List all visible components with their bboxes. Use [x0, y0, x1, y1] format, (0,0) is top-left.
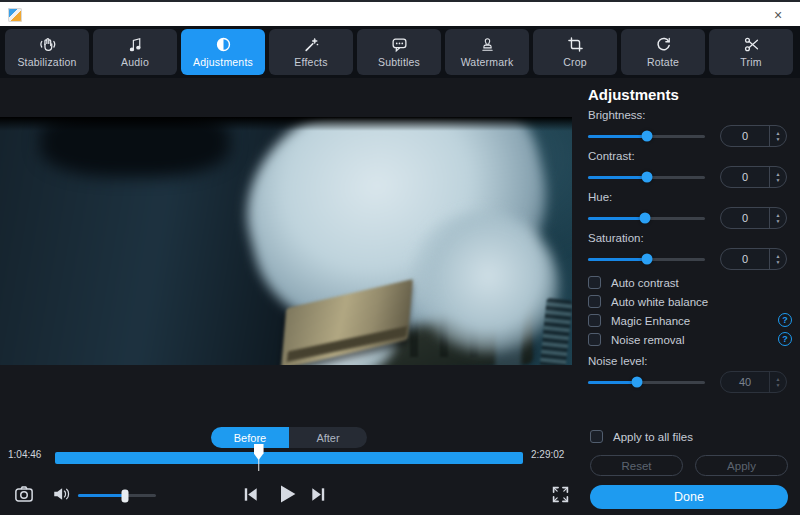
auto-contrast-checkbox[interactable] — [588, 276, 601, 289]
magic-enhance-checkbox[interactable] — [588, 314, 601, 327]
scissors-icon — [743, 36, 760, 53]
main-area: Adjustments Brightness: 0 ▲ ▼ — [0, 78, 800, 515]
spinner-up-icon[interactable]: ▲ — [776, 254, 781, 259]
noise-level-value-box: 40 ▲ ▼ — [720, 371, 787, 393]
saturation-slider[interactable] — [588, 258, 705, 261]
saturation-value-box[interactable]: 0 ▲ ▼ — [720, 248, 787, 270]
tab-trim[interactable]: Trim — [709, 29, 793, 75]
hue-value-box[interactable]: 0 ▲ ▼ — [720, 207, 787, 229]
help-icon[interactable]: ? — [778, 313, 792, 327]
auto-contrast-label: Auto contrast — [611, 277, 679, 289]
title-bar: × — [0, 0, 800, 26]
contrast-spinner[interactable]: ▲ ▼ — [769, 167, 786, 187]
tab-subtitles[interactable]: Subtitles — [357, 29, 441, 75]
contrast-slider[interactable] — [588, 176, 705, 179]
spinner-down-icon[interactable]: ▼ — [776, 260, 781, 265]
saturation-spinner[interactable]: ▲ ▼ — [769, 249, 786, 269]
spinner-down-icon: ▼ — [776, 383, 781, 388]
seek-bar[interactable] — [55, 452, 523, 464]
auto-contrast-option[interactable]: Auto contrast — [588, 273, 792, 292]
spinner-down-icon[interactable]: ▼ — [776, 219, 781, 224]
contrast-group: Contrast: 0 ▲ ▼ — [588, 150, 792, 188]
tab-stabilization[interactable]: Stabilization — [5, 29, 89, 75]
after-button[interactable]: After — [289, 427, 367, 448]
tab-rotate[interactable]: Rotate — [621, 29, 705, 75]
done-button[interactable]: Done — [590, 485, 788, 509]
brightness-group: Brightness: 0 ▲ ▼ — [588, 109, 792, 147]
volume-slider-thumb[interactable] — [121, 489, 128, 502]
hue-label: Hue: — [588, 191, 792, 203]
auto-white-balance-checkbox[interactable] — [588, 295, 601, 308]
tab-crop[interactable]: Crop — [533, 29, 617, 75]
brightness-value-box[interactable]: 0 ▲ ▼ — [720, 125, 787, 147]
contrast-label: Contrast: — [588, 150, 792, 162]
noise-removal-checkbox[interactable] — [588, 333, 601, 346]
apply-to-all-option[interactable]: Apply to all files — [590, 430, 693, 443]
tab-effects[interactable]: Effects — [269, 29, 353, 75]
tab-audio[interactable]: Audio — [93, 29, 177, 75]
contrast-value-box[interactable]: 0 ▲ ▼ — [720, 166, 787, 188]
close-button[interactable]: × — [768, 5, 788, 25]
volume-slider[interactable] — [78, 494, 156, 497]
total-time: 2:29:02 — [531, 449, 564, 460]
tab-adjustments[interactable]: Adjustments — [181, 29, 265, 75]
brightness-spinner[interactable]: ▲ ▼ — [769, 126, 786, 146]
hue-group: Hue: 0 ▲ ▼ — [588, 191, 792, 229]
stamp-icon — [479, 36, 496, 53]
music-note-icon — [127, 36, 144, 53]
before-button[interactable]: Before — [211, 427, 289, 448]
brightness-value[interactable]: 0 — [721, 130, 769, 142]
hue-slider-thumb[interactable] — [640, 213, 651, 224]
help-icon[interactable]: ? — [778, 332, 792, 346]
volume-icon[interactable] — [52, 485, 70, 503]
next-frame-button[interactable] — [309, 485, 328, 504]
tab-watermark[interactable]: Watermark — [445, 29, 529, 75]
adjustments-panel: Adjustments Brightness: 0 ▲ ▼ — [588, 78, 792, 515]
contrast-slider-thumb[interactable] — [641, 172, 652, 183]
magic-enhance-label: Magic Enhance — [611, 315, 690, 327]
app-logo-icon — [8, 8, 22, 22]
snapshot-button[interactable] — [14, 484, 34, 504]
playhead-marker[interactable] — [254, 444, 264, 460]
spinner-down-icon[interactable]: ▼ — [776, 178, 781, 183]
tab-label: Adjustments — [193, 56, 253, 68]
brightness-slider[interactable] — [588, 135, 705, 138]
noise-level-slider-thumb[interactable] — [632, 377, 643, 388]
tab-label: Watermark — [461, 56, 514, 68]
contrast-value[interactable]: 0 — [721, 171, 769, 183]
hue-value[interactable]: 0 — [721, 212, 769, 224]
contrast-circle-icon — [215, 36, 232, 53]
saturation-label: Saturation: — [588, 232, 792, 244]
before-after-toggle: Before After — [211, 427, 367, 448]
noise-removal-option[interactable]: Noise removal ? — [588, 330, 792, 349]
reset-button[interactable]: Reset — [590, 455, 683, 476]
video-top-shadow — [0, 117, 572, 131]
brightness-slider-thumb[interactable] — [641, 131, 652, 142]
saturation-value[interactable]: 0 — [721, 253, 769, 265]
crop-icon — [567, 36, 584, 53]
spinner-up-icon[interactable]: ▲ — [776, 213, 781, 218]
apply-to-all-checkbox[interactable] — [590, 430, 603, 443]
hue-slider[interactable] — [588, 217, 705, 220]
panel-title: Adjustments — [588, 86, 792, 103]
saturation-slider-thumb[interactable] — [641, 254, 652, 265]
spinner-up-icon[interactable]: ▲ — [776, 172, 781, 177]
apply-button[interactable]: Apply — [695, 455, 788, 476]
apply-to-all-label: Apply to all files — [613, 431, 693, 443]
magic-enhance-option[interactable]: Magic Enhance ? — [588, 311, 792, 330]
fullscreen-button[interactable] — [551, 485, 570, 504]
auto-white-balance-option[interactable]: Auto white balance — [588, 292, 792, 311]
noise-level-value: 40 — [721, 376, 769, 388]
play-button[interactable] — [275, 482, 299, 506]
saturation-group: Saturation: 0 ▲ ▼ — [588, 232, 792, 270]
noise-level-label: Noise level: — [588, 355, 792, 367]
spinner-down-icon[interactable]: ▼ — [776, 137, 781, 142]
rotate-arrow-icon — [655, 36, 672, 53]
noise-level-slider[interactable] — [588, 381, 705, 384]
tab-label: Effects — [294, 56, 327, 68]
noise-removal-label: Noise removal — [611, 334, 685, 346]
previous-frame-button[interactable] — [241, 485, 260, 504]
app-window: × Stabilization Audio — [0, 0, 800, 515]
spinner-up-icon[interactable]: ▲ — [776, 131, 781, 136]
hue-spinner[interactable]: ▲ ▼ — [769, 208, 786, 228]
